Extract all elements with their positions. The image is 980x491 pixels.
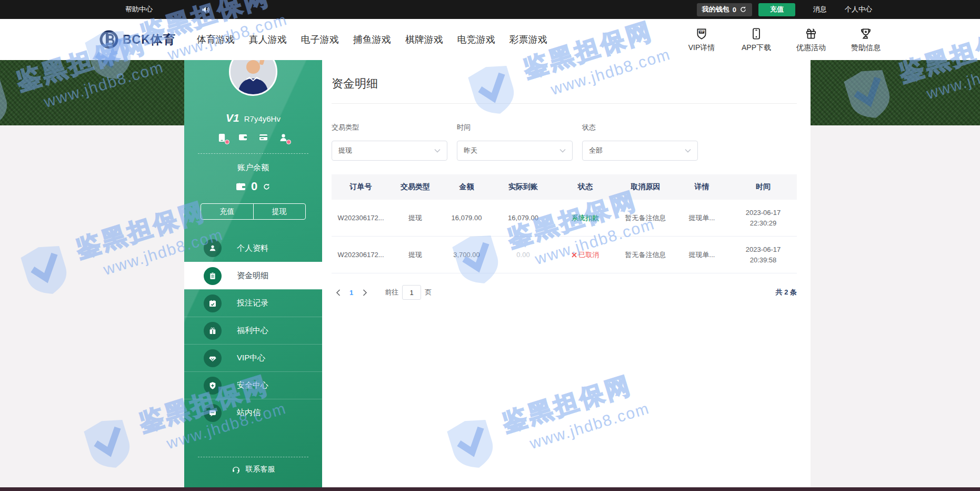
status-cell: 系统扣款 [554,213,617,223]
actual-amount: 16,079.00 [493,214,554,222]
filter-time: 时间 昨天 [457,123,573,161]
order-no: W202306172... [332,214,390,222]
contact-support-link[interactable]: 联系客服 [184,465,322,474]
help-center-link[interactable]: 帮助中心 [125,5,153,14]
logo[interactable]: BCK体育 [99,30,176,50]
phone-icon [749,27,763,41]
sidebar-item-welfare[interactable]: 福利中心 [184,317,322,344]
sidebar-item-vip-center[interactable]: VIP中心 [184,344,322,371]
chevron-down-icon [685,149,691,153]
transaction-type: 提现 [390,250,441,260]
vip-details-link[interactable]: VIP VIP详情 [685,27,718,53]
mail-icon [204,404,222,422]
sponsor-info-link[interactable]: 赞助信息 [849,27,882,53]
sidebar-item-security[interactable]: 安全中心 [184,371,322,399]
quick-label: APP下载 [742,43,771,53]
sidebar-item-label: 投注记录 [237,298,268,308]
next-page-icon[interactable] [358,286,371,299]
sidebar-item-label: 安全中心 [237,380,268,390]
sidebar-item-label: 福利中心 [237,326,268,336]
table-row: W202306172... 提现 3,700.00 0.00 已取消 暂无备注信… [332,237,797,273]
page-number[interactable]: 1 [349,289,353,297]
title-divider [332,103,797,104]
logo-icon [99,30,119,50]
nav-item-live[interactable]: 真人游戏 [249,33,287,46]
filter-bar: 交易类型 提现 时间 昨天 [332,123,797,161]
promotions-link[interactable]: 优惠活动 [795,27,827,53]
total-count: 共 2 条 [776,288,797,297]
headset-icon [232,465,241,474]
wallet-small-icon[interactable] [238,133,247,142]
sidebar-item-profile[interactable]: 个人资料 [184,234,322,262]
select-value: 提现 [338,146,352,155]
footer-strip [0,487,980,491]
app-download-link[interactable]: APP下载 [740,27,773,53]
fund-table: 订单号 交易类型 金额 实际到账 状态 取消原因 详情 时间 W20230617… [332,174,797,273]
profile-quick-icons [184,133,322,142]
dashed-divider [198,457,308,457]
personal-center-link[interactable]: 个人中心 [845,5,872,14]
sidebar-recharge-button[interactable]: 充值 [201,204,254,219]
goto-page-input[interactable] [402,285,421,300]
goto-label: 前往 [385,288,398,297]
balance-row: 0 [184,180,322,193]
security-shield-icon [204,377,222,395]
time-cell: 2023-06-17 22:30:29 [729,208,797,229]
sidebar-item-messages[interactable]: 站内信 [184,399,322,426]
filter-status: 状态 全部 [582,123,698,161]
filter-label: 状态 [582,123,698,132]
select-value: 全部 [589,146,603,155]
time-select[interactable]: 昨天 [457,141,573,161]
topbar-recharge-button[interactable]: 充值 [758,3,795,16]
messages-link[interactable]: 消息 [813,5,827,14]
svg-text:VIP: VIP [699,30,704,33]
sidebar-item-label: 站内信 [237,408,261,418]
time: 20:39:58 [732,255,795,266]
col-header-actual: 实际到账 [493,182,554,192]
speaker-icon[interactable] [201,5,210,14]
sidebar-withdraw-button[interactable]: 提现 [254,204,306,219]
filter-transaction-type: 交易类型 提现 [332,123,447,161]
col-header-amount: 金额 [441,182,493,192]
phone-verify-icon[interactable] [218,133,227,142]
sidebar-item-bet-records[interactable]: 投注记录 [184,289,322,317]
transaction-type-select[interactable]: 提现 [332,141,447,161]
sidebar-item-fund-details[interactable]: 资金明细 [184,262,322,289]
nav-item-cards[interactable]: 棋牌游戏 [405,33,443,46]
quick-label: VIP详情 [688,43,715,53]
amount: 16,079.00 [441,214,493,222]
status-cell: 已取消 [554,250,617,260]
refresh-balance-icon[interactable] [263,183,271,191]
wallet-pill[interactable]: 我的钱包 0 [697,3,752,16]
nav-item-lottery[interactable]: 彩票游戏 [509,33,547,46]
nav-item-fishing[interactable]: 捕鱼游戏 [353,33,391,46]
prev-page-icon[interactable] [332,286,344,299]
nav-item-slots[interactable]: 电子游戏 [301,33,339,46]
status-text: 已取消 [579,250,599,260]
status-badge: 系统扣款 [572,214,599,222]
bank-card-icon[interactable] [259,133,268,142]
transaction-type: 提现 [390,213,441,223]
nav-item-esports[interactable]: 电竞游戏 [457,33,495,46]
status-select[interactable]: 全部 [582,141,698,161]
nav-item-sports[interactable]: 体育游戏 [197,33,235,46]
identity-icon[interactable] [279,133,288,142]
pagination: 1 前往 页 共 2 条 [332,285,797,300]
detail-link[interactable]: 提现单... [674,213,729,223]
refresh-wallet-icon[interactable] [739,6,747,13]
wallet-balance-icon [236,182,246,191]
navbar: BCK体育 体育游戏 真人游戏 电子游戏 捕鱼游戏 棋牌游戏 电竞游戏 彩票游戏… [0,19,980,60]
detail-link[interactable]: 提现单... [674,250,729,260]
date: 2023-06-17 [732,208,795,218]
page-background: V1 R7y4y6Hv 账户余额 [0,60,980,491]
logo-text: BCK体育 [123,32,176,48]
quick-links: VIP VIP详情 APP下载 优惠活动 赞助信息 [685,27,882,53]
balance-label: 账户余额 [184,163,322,173]
chevron-down-icon [559,149,566,153]
topbar: 帮助中心 我的钱包 0 充值 消息 个人中心 [0,0,980,19]
sidebar-item-label: 个人资料 [237,243,268,253]
ledger-icon [204,267,222,285]
date: 2023-06-17 [732,244,795,255]
time-cell: 2023-06-17 20:39:58 [729,244,797,266]
col-header-type: 交易类型 [390,182,441,192]
